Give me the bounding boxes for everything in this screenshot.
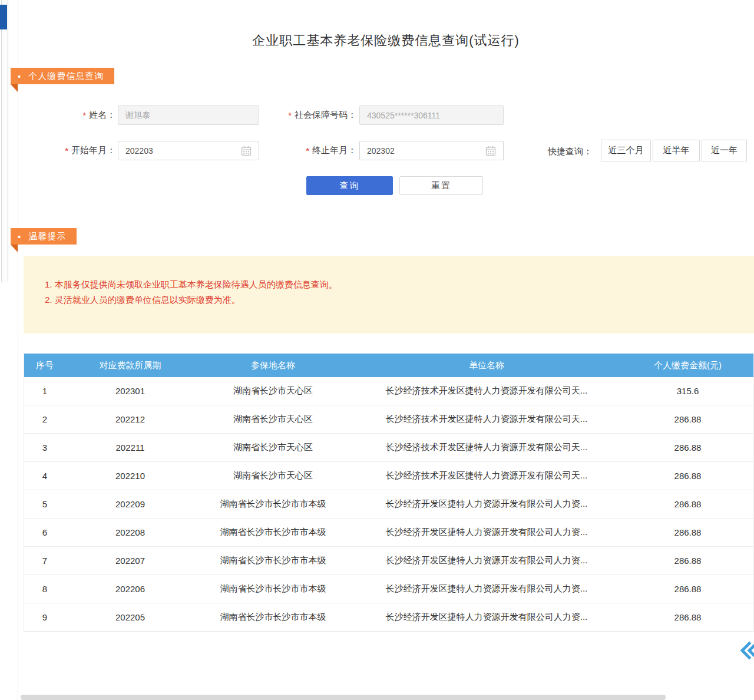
table-row: 3 202211 湖南省长沙市天心区 长沙经济技术开发区捷特人力资源开发有限公司… xyxy=(24,434,753,462)
table-row: 7 202207 湖南省长沙市长沙市市本级 长沙经济开发区捷特人力资源开发有限公… xyxy=(24,547,753,575)
required-asterisk: * xyxy=(82,110,86,120)
table-row: 5 202209 湖南省长沙市长沙市市本级 长沙经济开发区捷特人力资源开发有限公… xyxy=(24,490,753,519)
quick-last-year-button[interactable]: 近一年 xyxy=(702,140,747,161)
results-table: 序号 对应费款所属期 参保地名称 单位名称 个人缴费金额(元) 1 202301… xyxy=(24,354,754,632)
ribbon-fold xyxy=(11,84,18,92)
table-row: 9 202205 湖南省长沙市长沙市市本级 长沙经济开发区捷特人力资源开发有限公… xyxy=(24,603,753,632)
collapse-double-chevron-icon[interactable] xyxy=(736,639,754,662)
table-row: 4 202210 湖南省长沙市天心区 长沙经济技术开发区捷特人力资源开发有限公司… xyxy=(24,462,753,490)
header-employer: 单位名称 xyxy=(351,354,622,377)
bullet-icon: • xyxy=(18,71,21,81)
required-asterisk: * xyxy=(65,146,68,156)
ssn-input[interactable]: 430525******306111 xyxy=(359,105,504,125)
quick-last-3-months-button[interactable]: 近三个月 xyxy=(601,140,651,161)
header-seq: 序号 xyxy=(24,354,65,377)
name-label: * 姓名： xyxy=(52,105,115,125)
table-row: 8 202206 湖南省长沙市长沙市市本级 长沙经济开发区捷特人力资源开发有限公… xyxy=(24,575,753,603)
tips-box: 1. 本服务仅提供尚未领取企业职工基本养老保险待遇人员的缴费信息查询。 2. 灵… xyxy=(24,256,754,334)
tips-line: 1. 本服务仅提供尚未领取企业职工基本养老保险待遇人员的缴费信息查询。 xyxy=(45,277,742,292)
quick-last-half-year-button[interactable]: 近半年 xyxy=(653,140,700,161)
query-button[interactable]: 查询 xyxy=(306,176,393,195)
section-header-personal-payment-query: • 个人缴费信息查询 xyxy=(11,68,114,84)
end-month-label: * 终止年月： xyxy=(286,141,356,160)
header-amount: 个人缴费金额(元) xyxy=(622,354,753,377)
quick-query-group: 近三个月 近半年 近一年 xyxy=(601,140,747,161)
ssn-label: * 社会保障号码： xyxy=(268,105,356,125)
section-header-tips: • 温馨提示 xyxy=(11,228,77,245)
table-row: 2 202212 湖南省长沙市天心区 长沙经济技术开发区捷特人力资源开发有限公司… xyxy=(24,405,753,434)
table-row: 6 202208 湖南省长沙市长沙市市本级 长沙经济开发区捷特人力资源开发有限公… xyxy=(24,519,753,547)
collapsed-side-strip xyxy=(1,0,8,282)
page-title: 企业职工基本养老保险缴费信息查询(试运行) xyxy=(18,32,754,49)
quick-query-label: 快捷查询： xyxy=(548,141,592,162)
end-month-input[interactable]: 202302 xyxy=(359,141,504,160)
start-month-input[interactable]: 202203 xyxy=(118,141,259,160)
calendar-icon[interactable] xyxy=(241,146,252,156)
calendar-icon[interactable] xyxy=(485,146,496,156)
table-row: 1 202301 湖南省长沙市天心区 长沙经济技术开发区捷特人力资源开发有限公司… xyxy=(24,377,753,405)
ribbon-fold xyxy=(11,245,18,252)
reset-button[interactable]: 重置 xyxy=(399,176,483,195)
header-period: 对应费款所属期 xyxy=(65,354,195,377)
required-asterisk: * xyxy=(288,110,292,120)
bullet-icon: • xyxy=(18,232,21,242)
horizontal-scrollbar[interactable] xyxy=(21,695,666,700)
corner-accent-block xyxy=(0,5,7,29)
tips-line: 2. 灵活就业人员的缴费单位信息以实际缴费为准。 xyxy=(45,292,742,308)
table-header-row: 序号 对应费款所属期 参保地名称 单位名称 个人缴费金额(元) xyxy=(24,354,753,377)
start-month-label: * 开始年月： xyxy=(45,141,115,160)
name-input[interactable]: 谢旭泰 xyxy=(118,105,259,125)
section-title: 温馨提示 xyxy=(28,231,66,242)
page: 企业职工基本养老保险缴费信息查询(试运行) • 个人缴费信息查询 * 姓名： 谢… xyxy=(0,0,754,700)
required-asterisk: * xyxy=(306,146,309,156)
section-title: 个人缴费信息查询 xyxy=(28,71,104,82)
header-insured-place: 参保地名称 xyxy=(195,354,351,377)
